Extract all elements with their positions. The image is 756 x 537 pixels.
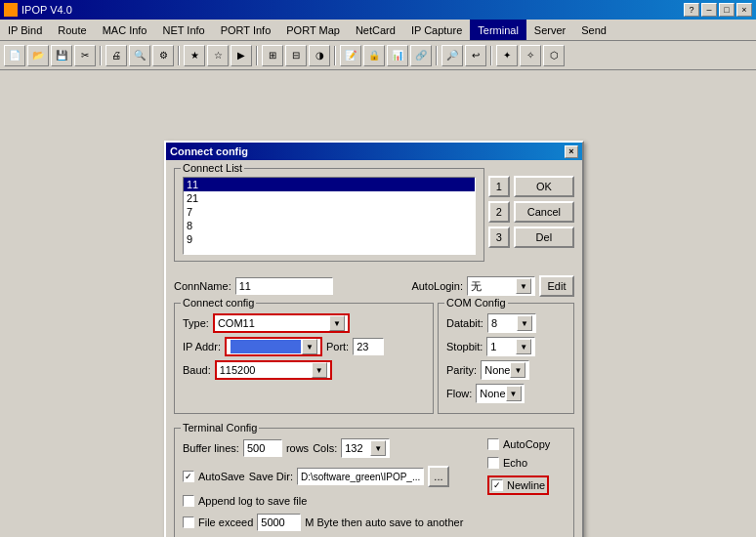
list-item-0[interactable]: 11 xyxy=(184,178,475,191)
type-dropdown-arrow[interactable]: ▼ xyxy=(329,315,345,331)
menu-send[interactable]: Send xyxy=(573,20,614,40)
browse-button[interactable]: ... xyxy=(428,466,449,487)
toolbar-sep-3 xyxy=(256,46,258,65)
echo-row: Echo xyxy=(487,457,527,469)
fileexceed-label: File exceed xyxy=(198,516,253,528)
minimize-btn[interactable]: – xyxy=(701,3,717,17)
list-item-4[interactable]: 9 xyxy=(184,232,475,246)
connect-config-dialog: Connect config × Connect List 11 21 7 8 … xyxy=(164,141,584,537)
toolbar-btn-16[interactable]: 📊 xyxy=(387,45,408,66)
connname-input[interactable] xyxy=(235,277,333,295)
ipaddr-dropdown-arrow[interactable]: ▼ xyxy=(302,339,317,354)
stopbit-dropdown[interactable]: 1 ▼ xyxy=(486,337,535,356)
menu-port-info[interactable]: PORT Info xyxy=(213,20,279,40)
flow-dropdown[interactable]: None ▼ xyxy=(476,384,525,403)
stopbit-arrow[interactable]: ▼ xyxy=(516,339,531,354)
close-btn[interactable]: × xyxy=(736,3,752,17)
baud-dropdown-arrow[interactable]: ▼ xyxy=(312,362,327,378)
num-btn-2[interactable]: 2 xyxy=(488,201,510,223)
toolbar-btn-3[interactable]: 💾 xyxy=(51,45,72,66)
list-item-2[interactable]: 7 xyxy=(184,205,475,219)
port-label: Port: xyxy=(326,341,349,352)
autologin-label: AutoLogin: xyxy=(411,280,463,292)
autosave-checkbox[interactable] xyxy=(183,471,194,482)
menu-terminal[interactable]: Terminal xyxy=(470,20,526,40)
toolbar-btn-2[interactable]: 📂 xyxy=(27,45,49,66)
menu-port-map[interactable]: PORT Map xyxy=(278,20,348,40)
toolbar-btn-11[interactable]: ⊞ xyxy=(262,45,283,66)
toolbar-btn-7[interactable]: ⚙ xyxy=(152,45,174,66)
cancel-button[interactable]: Cancel xyxy=(514,201,574,223)
list-item-3[interactable]: 8 xyxy=(184,219,475,232)
autologin-dropdown[interactable]: 无 ▼ xyxy=(467,276,535,296)
toolbar-btn-5[interactable]: 🖨 xyxy=(105,45,127,66)
dialog-close-button[interactable]: × xyxy=(565,145,578,158)
connname-label: ConnName: xyxy=(174,280,231,292)
toolbar-btn-18[interactable]: 🔎 xyxy=(441,45,463,66)
databit-row: Databit: 8 ▼ xyxy=(446,313,566,333)
toolbar-btn-17[interactable]: 🔗 xyxy=(410,45,432,66)
buffer-input[interactable] xyxy=(243,439,282,457)
toolbar-btn-14[interactable]: 📝 xyxy=(340,45,361,66)
connect-list-box[interactable]: 11 21 7 8 9 xyxy=(183,177,476,255)
toolbar-btn-21[interactable]: ✧ xyxy=(520,45,541,66)
connect-list-group: Connect List 11 21 7 8 9 xyxy=(174,168,484,262)
ok-button[interactable]: OK xyxy=(514,176,574,197)
fileexceed-input[interactable] xyxy=(257,514,301,531)
menu-net-info[interactable]: NET Info xyxy=(155,20,213,40)
toolbar-btn-12[interactable]: ⊟ xyxy=(285,45,307,66)
menu-ip-bind[interactable]: IP Bind xyxy=(0,20,50,40)
num-btn-1[interactable]: 1 xyxy=(488,176,510,197)
savedir-input[interactable] xyxy=(297,468,424,485)
newline-checkbox[interactable] xyxy=(491,479,503,491)
menu-ip-capture[interactable]: IP Capture xyxy=(403,20,470,40)
toolbar-sep-5 xyxy=(436,46,438,65)
parity-dropdown[interactable]: None ▼ xyxy=(481,360,529,380)
toolbar-btn-9[interactable]: ☆ xyxy=(207,45,229,66)
app-icon xyxy=(4,3,18,17)
toolbar-btn-22[interactable]: ⬡ xyxy=(543,45,565,66)
cols-arrow[interactable]: ▼ xyxy=(370,440,386,456)
savedir-label: Save Dir: xyxy=(249,471,293,482)
port-input[interactable] xyxy=(353,338,384,355)
type-dropdown[interactable]: COM11 ▼ xyxy=(213,313,350,333)
toolbar-btn-13[interactable]: ◑ xyxy=(309,45,330,66)
toolbar-btn-15[interactable]: 🔒 xyxy=(363,45,385,66)
flow-arrow[interactable]: ▼ xyxy=(506,386,522,401)
connect-config-label: Connect config xyxy=(181,297,256,309)
help-btn[interactable]: ? xyxy=(684,3,699,17)
databit-dropdown[interactable]: 8 ▼ xyxy=(487,313,536,333)
toolbar-btn-8[interactable]: ★ xyxy=(184,45,205,66)
toolbar-btn-20[interactable]: ✦ xyxy=(496,45,518,66)
del-button[interactable]: Del xyxy=(514,227,574,248)
menu-mac-info[interactable]: MAC Info xyxy=(95,20,155,40)
toolbar-btn-4[interactable]: ✂ xyxy=(74,45,96,66)
databit-arrow[interactable]: ▼ xyxy=(517,315,532,331)
baud-dropdown[interactable]: 115200 ▼ xyxy=(215,360,332,380)
fileexceed-checkbox[interactable] xyxy=(183,516,194,528)
toolbar-btn-19[interactable]: ↩ xyxy=(465,45,486,66)
menu-netcard[interactable]: NetCard xyxy=(348,20,403,40)
toolbar-sep-2 xyxy=(178,46,180,65)
menu-server[interactable]: Server xyxy=(526,20,573,40)
newline-row: Newline xyxy=(487,475,549,495)
toolbar-btn-1[interactable]: 📄 xyxy=(4,45,25,66)
toolbar-btn-6[interactable]: 🔍 xyxy=(129,45,150,66)
menu-route[interactable]: Route xyxy=(50,20,94,40)
echo-checkbox[interactable] xyxy=(487,457,499,469)
parity-arrow[interactable]: ▼ xyxy=(510,362,525,378)
maximize-btn[interactable]: □ xyxy=(719,3,735,17)
autocopy-checkbox[interactable] xyxy=(487,438,499,450)
cols-dropdown[interactable]: 132 ▼ xyxy=(341,438,390,458)
num-btn-3[interactable]: 3 xyxy=(488,227,510,248)
stopbit-row: Stopbit: 1 ▼ xyxy=(446,337,566,356)
toolbar-btn-10[interactable]: ▶ xyxy=(231,45,252,66)
cols-label: Cols: xyxy=(313,442,337,454)
list-item-1[interactable]: 21 xyxy=(184,191,475,205)
appendlog-checkbox[interactable] xyxy=(183,495,194,507)
ipaddr-dropdown[interactable]: ▼ xyxy=(225,337,322,356)
autocopy-row: AutoCopy xyxy=(487,438,550,450)
baud-label: Baud: xyxy=(183,364,211,376)
edit-button[interactable]: Edit xyxy=(539,275,574,297)
autologin-dropdown-arrow[interactable]: ▼ xyxy=(516,278,531,294)
